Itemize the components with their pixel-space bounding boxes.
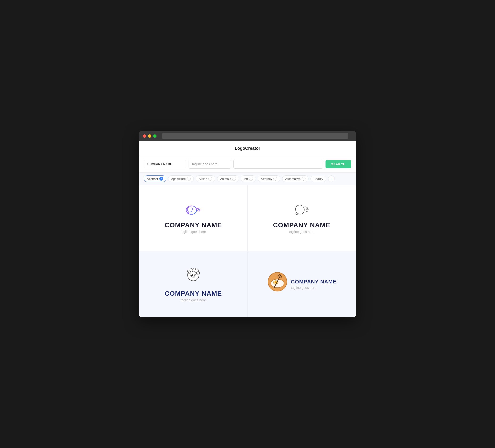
logo-card-3[interactable]: COMPANY NAME tagline goes here: [139, 251, 248, 317]
browser-window: LogoCreator SEARCH Abstract ✓ Agricultur…: [139, 131, 356, 317]
logo-card-1[interactable]: COMPANY NAME tagline goes here: [139, 185, 248, 251]
category-abstract[interactable]: Abstract ✓: [144, 175, 166, 182]
close-button[interactable]: [143, 134, 146, 138]
category-beauty-label: Beauty: [314, 177, 323, 181]
logo-card-4[interactable]: COMPANY NAME tagline goes here: [248, 251, 356, 317]
logo-4-icon: [267, 271, 288, 293]
browser-content: LogoCreator SEARCH Abstract ✓ Agricultur…: [139, 141, 356, 317]
category-abstract-label: Abstract: [147, 177, 158, 181]
category-art-label: Art: [244, 177, 248, 181]
logo-2-company-name: COMPANY NAME: [273, 221, 330, 229]
logo-2-tagline: tagline goes here: [289, 230, 314, 234]
svg-point-14: [194, 275, 195, 276]
logo-grid: COMPANY NAME tagline goes here COMPANY N…: [139, 185, 356, 317]
search-button[interactable]: SEARCH: [326, 160, 351, 168]
logo-1-icon: [184, 203, 203, 218]
category-automotive[interactable]: Automotive: [282, 175, 309, 182]
category-beauty[interactable]: Beauty: [310, 176, 326, 182]
logo-4-text: COMPANY NAME tagline goes here: [291, 279, 336, 290]
category-airline-label: Airline: [199, 177, 207, 181]
search-bar: SEARCH: [139, 156, 356, 173]
category-airline[interactable]: Airline: [196, 175, 215, 182]
svg-point-3: [306, 208, 308, 210]
category-animals-label: Animals: [220, 177, 231, 181]
color-input[interactable]: [233, 160, 323, 168]
logo-1-tagline: tagline goes here: [180, 230, 206, 234]
svg-point-4: [296, 213, 298, 215]
animals-check-icon: [232, 177, 236, 181]
svg-point-20: [275, 281, 276, 283]
category-automotive-label: Automotive: [285, 177, 301, 181]
category-attorney-label: Attorney: [261, 177, 272, 181]
category-attorney[interactable]: Attorney: [258, 175, 280, 182]
logo-4-company-name: COMPANY NAME: [291, 279, 336, 285]
logo-3-tagline: tagline goes here: [180, 298, 206, 302]
app-header: LogoCreator: [139, 141, 356, 156]
category-agriculture-label: Agriculture: [171, 177, 186, 181]
address-bar: [162, 133, 348, 139]
minimize-button[interactable]: [148, 134, 151, 138]
logo-1-company-name: COMPANY NAME: [165, 221, 222, 229]
art-check-icon: [249, 177, 253, 181]
app-title: LogoCreator: [235, 146, 260, 151]
category-agriculture[interactable]: Agriculture: [168, 175, 194, 182]
category-bar: Abstract ✓ Agriculture Airline Animals A…: [139, 173, 356, 185]
agriculture-check-icon: [187, 177, 191, 181]
logo-4-container: COMPANY NAME tagline goes here: [267, 271, 336, 297]
logo-3-icon: [184, 266, 203, 286]
browser-titlebar: [139, 131, 356, 141]
category-next-arrow[interactable]: →: [328, 175, 335, 182]
svg-point-13: [191, 275, 192, 276]
category-animals[interactable]: Animals: [217, 175, 239, 182]
maximize-button[interactable]: [153, 134, 156, 138]
svg-point-2: [188, 212, 189, 214]
logo-3-company-name: COMPANY NAME: [165, 290, 222, 297]
abstract-check-icon: ✓: [159, 177, 163, 181]
logo-2-icon: [292, 203, 311, 218]
company-name-input[interactable]: [144, 160, 186, 168]
logo-card-2[interactable]: COMPANY NAME tagline goes here: [248, 185, 356, 251]
airline-check-icon: [208, 177, 212, 181]
automotive-check-icon: [302, 177, 305, 181]
attorney-check-icon: [274, 177, 277, 181]
logo-4-tagline: tagline goes here: [291, 286, 336, 290]
tagline-input[interactable]: [189, 160, 231, 168]
category-art[interactable]: Art: [241, 175, 256, 182]
